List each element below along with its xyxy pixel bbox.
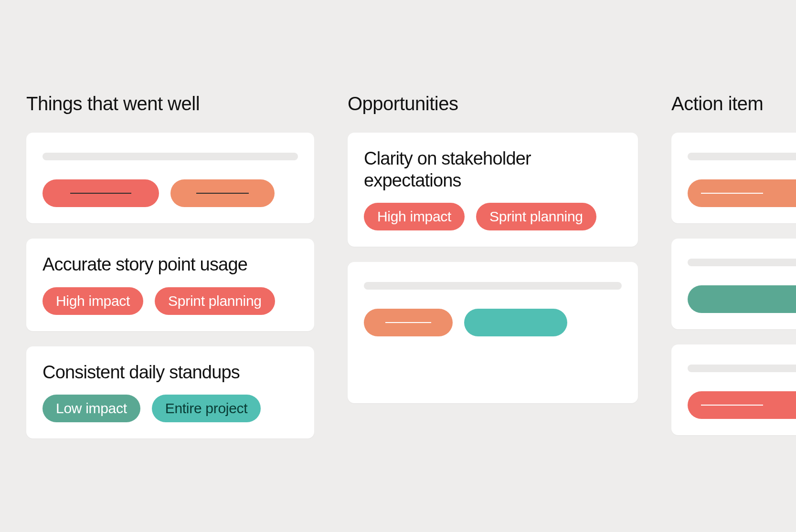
column-title: Opportunities xyxy=(348,93,638,115)
card-consistent-daily-standups[interactable]: Consistent daily standups Low impact Ent… xyxy=(26,346,314,439)
card-placeholder[interactable] xyxy=(671,239,796,329)
retro-board: Things that went well Accurate story poi… xyxy=(26,93,796,454)
tag-high-impact[interactable]: High impact xyxy=(364,203,465,230)
tag-high-impact[interactable]: High impact xyxy=(42,287,143,315)
column-title: Things that went well xyxy=(26,93,314,115)
tag-sprint-planning[interactable]: Sprint planning xyxy=(155,287,275,315)
placeholder-text-icon xyxy=(688,259,796,266)
tag-placeholder[interactable] xyxy=(688,391,796,419)
card-placeholder[interactable] xyxy=(26,133,314,223)
tag-placeholder[interactable] xyxy=(688,285,796,313)
tag-low-impact[interactable]: Low impact xyxy=(42,395,140,422)
placeholder-text-icon xyxy=(688,153,796,160)
column-things-that-went-well: Things that went well Accurate story poi… xyxy=(26,93,314,454)
tag-placeholder[interactable] xyxy=(464,309,567,336)
tag-placeholder[interactable] xyxy=(170,179,275,207)
placeholder-text-icon xyxy=(364,282,622,290)
tag-row xyxy=(688,179,796,207)
card-clarity-stakeholder[interactable]: Clarity on stakeholder expectations High… xyxy=(348,133,638,247)
tag-placeholder[interactable] xyxy=(42,179,159,207)
tag-sprint-planning[interactable]: Sprint planning xyxy=(476,203,596,230)
tag-row: High impact Sprint planning xyxy=(364,203,622,230)
card-placeholder[interactable] xyxy=(348,262,638,403)
column-title: Action item xyxy=(671,93,796,115)
card-title: Consistent daily standups xyxy=(42,362,298,384)
tag-placeholder[interactable] xyxy=(688,179,796,207)
tag-placeholder[interactable] xyxy=(364,309,453,336)
tag-row xyxy=(688,285,796,313)
card-placeholder[interactable] xyxy=(671,133,796,223)
column-action-item: Action item xyxy=(671,93,796,454)
card-title: Clarity on stakeholder expectations xyxy=(364,148,622,191)
card-accurate-story-point[interactable]: Accurate story point usage High impact S… xyxy=(26,239,314,331)
tag-row xyxy=(688,391,796,419)
placeholder-text-icon xyxy=(688,365,796,372)
card-placeholder[interactable] xyxy=(671,344,796,435)
tag-row: High impact Sprint planning xyxy=(42,287,298,315)
column-opportunities: Opportunities Clarity on stakeholder exp… xyxy=(348,93,638,454)
tag-row xyxy=(364,309,622,336)
placeholder-text-icon xyxy=(42,153,298,160)
tag-row: Low impact Entire project xyxy=(42,395,298,422)
tag-row xyxy=(42,179,298,207)
tag-entire-project[interactable]: Entire project xyxy=(152,395,261,422)
card-title: Accurate story point usage xyxy=(42,254,298,276)
